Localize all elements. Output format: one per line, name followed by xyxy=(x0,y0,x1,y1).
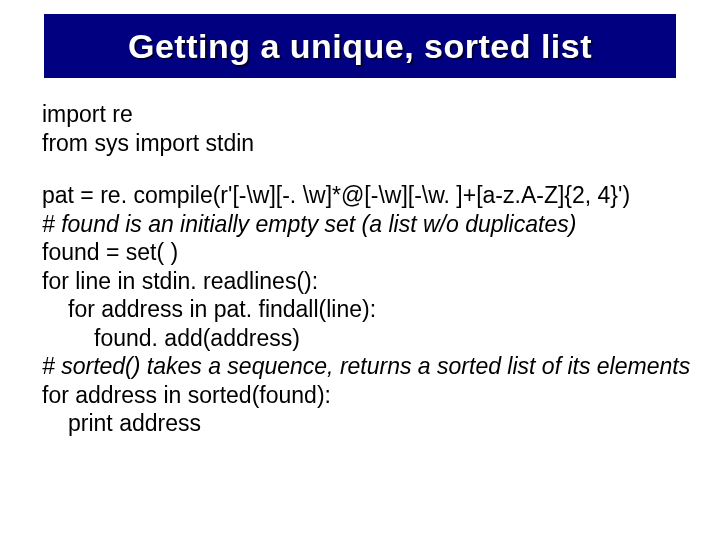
slide: Getting a unique, sorted list import re … xyxy=(0,0,720,540)
code-line: found = set( ) xyxy=(42,238,682,267)
blank-line xyxy=(42,157,682,181)
code-line: import re xyxy=(42,100,682,129)
code-line: for line in stdin. readlines(): xyxy=(42,267,682,296)
slide-title: Getting a unique, sorted list xyxy=(128,27,592,66)
title-box: Getting a unique, sorted list xyxy=(44,14,676,78)
code-line: print address xyxy=(42,409,682,438)
code-line: found. add(address) xyxy=(42,324,682,353)
code-comment: # sorted() takes a sequence, returns a s… xyxy=(42,352,682,381)
code-body: import re from sys import stdin pat = re… xyxy=(42,100,682,438)
code-line: from sys import stdin xyxy=(42,129,682,158)
code-line: pat = re. compile(r'[-\w][-. \w]*@[-\w][… xyxy=(42,181,682,210)
code-comment: # found is an initially empty set (a lis… xyxy=(42,210,682,239)
code-line: for address in sorted(found): xyxy=(42,381,682,410)
code-line: for address in pat. findall(line): xyxy=(42,295,682,324)
